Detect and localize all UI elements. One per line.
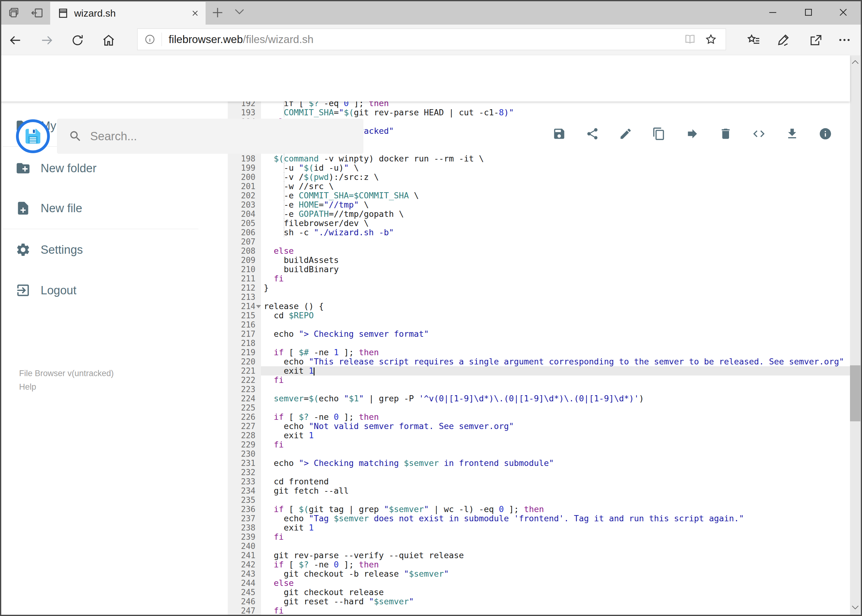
code-line[interactable]: 217 echo "> Checking semver format" [228,329,850,339]
sidebar-item-new-folder[interactable]: New folder [16,159,97,178]
code-line[interactable]: 202 -e COMMIT_SHA=$COMMIT_SHA \ [228,191,850,200]
code-line[interactable]: 247 fi [228,606,850,615]
site-info-icon[interactable] [144,34,155,45]
code-line[interactable]: 219 if [ $# -ne 1 ]; then [228,348,850,357]
url-field[interactable]: filebrowser.web/files/wizard.sh [137,28,726,50]
code-line[interactable]: 200 -v /$(pwd):/src:z \ [228,173,850,182]
code-line[interactable]: 245 git checkout release [228,588,850,597]
download-button[interactable] [785,127,799,141]
scrollbar-thumb[interactable] [850,365,860,421]
tab-close-icon[interactable] [188,6,202,20]
code-line[interactable]: 210 buildBinary [228,265,850,274]
code-line[interactable]: 229 fi [228,440,850,449]
code-editor[interactable]: 192 if [ $? -eq 0 ]; then193 COMMIT_SHA=… [228,102,850,616]
line-number: 220 [228,357,261,366]
code-line[interactable]: 207 [228,237,850,246]
share-button[interactable] [586,127,599,141]
info-button[interactable] [819,127,832,141]
code-line[interactable]: 224 semver=$(echo "$1" | grep -P '^v(0|[… [228,394,850,403]
window-close-button[interactable] [826,4,860,21]
code-line[interactable]: 212} [228,283,850,292]
set-tabs-aside-icon[interactable] [30,6,44,20]
code-line[interactable]: 215 cd $REPO [228,311,850,320]
code-line[interactable]: 192 if [ $? -eq 0 ]; then [228,102,850,108]
code-line[interactable]: 220 echo "This release script requires a… [228,357,850,366]
code-line[interactable]: 230 [228,449,850,459]
code-line[interactable]: 206 sh -c "./wizard.sh -b" [228,228,850,237]
code-line[interactable]: 222 fi [228,376,850,385]
sidebar-item-logout[interactable]: Logout [16,281,76,300]
help-link[interactable]: Help [19,380,36,394]
code-line[interactable]: 216 [228,320,850,329]
code-line[interactable]: 214release () { [228,302,850,311]
window-minimize-button[interactable] [756,4,790,21]
code-line[interactable]: 204 -e GOPATH=//tmp/gopath \ [228,209,850,218]
scrollbar-down-icon[interactable] [851,604,860,612]
back-icon[interactable] [8,33,22,47]
code-line-text: buildAssets [261,256,850,265]
code-line[interactable]: 225 [228,403,850,412]
more-dots-icon[interactable] [837,33,851,47]
search-input[interactable]: Search... [57,119,364,154]
tab-preview-icon[interactable] [8,6,21,20]
code-line-text: echo "Tag $semver does not exist in subm… [261,514,850,523]
code-line[interactable]: 246 git reset --hard "$semver" [228,597,850,606]
code-line[interactable]: 205 filebrowser/dev \ [228,218,850,228]
code-line[interactable]: 203 -e HOME="//tmp" \ [228,200,850,209]
code-line[interactable]: 226 if [ $? -ne 0 ]; then [228,412,850,422]
rename-button[interactable] [619,127,632,141]
code-line[interactable]: 236 if [ $(git tag | grep "$semver" | wc… [228,504,850,514]
scrollbar-up-icon[interactable] [851,59,860,66]
sidebar-item-settings[interactable]: Settings [16,240,83,259]
code-line[interactable]: 240 [228,542,850,551]
code-line[interactable]: 223 [228,385,850,394]
code-line[interactable]: 208 else [228,246,850,256]
code-line[interactable]: 193 COMMIT_SHA="$(git rev-parse HEAD | c… [228,108,850,117]
code-line-text: cd $REPO [261,311,850,320]
code-line[interactable]: 239 fi [228,532,850,542]
code-line[interactable]: 201 -w //src \ [228,182,850,191]
forward-icon[interactable] [40,33,54,47]
fold-arrow-icon[interactable] [256,305,261,308]
vertical-scrollbar[interactable] [850,55,860,616]
code-line[interactable]: 231 echo "> Checking matching $semver in… [228,459,850,468]
home-icon[interactable] [102,33,116,47]
code-line[interactable]: 242 if [ $? -ne 0 ]; then [228,560,850,569]
code-line[interactable]: 233 cd frontend [228,477,850,486]
copy-button[interactable] [652,127,666,141]
code-line[interactable]: 237 echo "Tag $semver does not exist in … [228,514,850,523]
code-line[interactable]: 238 exit 1 [228,523,850,532]
new-tab-icon[interactable] [211,6,225,20]
favorite-star-icon[interactable] [705,33,717,46]
code-line[interactable]: 209 buildAssets [228,256,850,265]
code-line[interactable]: 232 [228,468,850,477]
code-line[interactable]: 211 fi [228,274,850,283]
code-line[interactable]: 235 [228,495,850,504]
active-tab[interactable]: wizard.sh [50,2,206,25]
code-line[interactable]: 218 [228,339,850,348]
file-browser-floppy-logo[interactable] [16,119,50,153]
code-line[interactable]: 227 echo "Not valid semver format. See s… [228,422,850,431]
code-line[interactable]: 213 [228,292,850,302]
code-line[interactable]: 198 $(command -v winpty) docker run --rm… [228,154,850,163]
code-line[interactable]: 243 git checkout -b release "$semver" [228,569,850,578]
tab-list-chevron-icon[interactable] [233,8,246,17]
save-button[interactable] [552,127,566,141]
code-line[interactable]: 241 git rev-parse --verify --quiet relea… [228,551,850,560]
code-view-button[interactable] [752,127,766,141]
code-line-text: git fetch --all [261,486,850,495]
window-maximize-button[interactable] [791,4,826,21]
code-line[interactable]: 199 -u "$(id -u)" \ [228,163,850,173]
move-button[interactable] [686,127,699,141]
reading-view-icon[interactable] [684,33,696,46]
delete-button[interactable] [719,127,733,141]
code-line[interactable]: 234 git fetch --all [228,486,850,495]
code-line[interactable]: 228 exit 1 [228,431,850,440]
sidebar-item-new-file[interactable]: New file [16,199,82,217]
code-line[interactable]: 244 else [228,578,850,588]
share-icon[interactable] [808,33,823,47]
code-line[interactable]: 221 exit 1 [228,366,850,376]
refresh-icon[interactable] [71,33,85,47]
favorites-hub-icon[interactable] [747,33,761,47]
annotate-pen-icon[interactable] [777,33,791,47]
